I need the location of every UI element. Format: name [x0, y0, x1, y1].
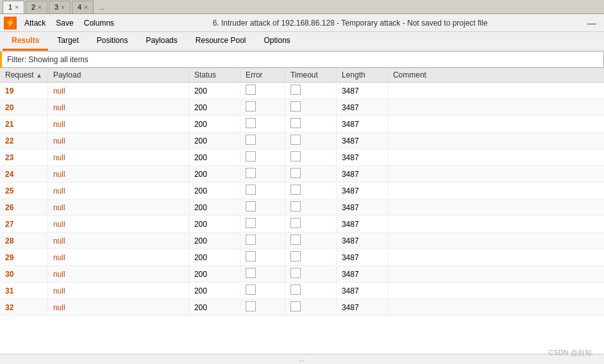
col-header-request[interactable]: Request ▲	[0, 68, 47, 83]
cell-timeout	[285, 149, 336, 166]
tab-bar: 1 × 2 × 3 × 4 × ...	[0, 0, 604, 14]
cell-length: 3487	[336, 199, 387, 216]
col-header-timeout[interactable]: Timeout	[285, 68, 336, 83]
cell-timeout	[285, 249, 336, 266]
cell-status: 200	[189, 166, 240, 183]
cell-length: 3487	[336, 183, 387, 199]
cell-request: 32	[0, 299, 47, 316]
minimize-button[interactable]: —	[583, 18, 600, 28]
tab-more[interactable]: ...	[95, 2, 108, 12]
tab-options[interactable]: Options	[255, 32, 299, 51]
cell-comment	[387, 216, 604, 233]
col-header-payload[interactable]: Payload	[47, 68, 189, 83]
cell-request: 31	[0, 283, 47, 299]
cell-status: 200	[189, 99, 240, 116]
cell-request: 21	[0, 116, 47, 133]
table-row[interactable]: 26null2003487	[0, 199, 604, 216]
results-table-container[interactable]: Request ▲ Payload Status Error Timeout L…	[0, 68, 604, 354]
col-header-status[interactable]: Status	[189, 68, 240, 83]
cell-comment	[387, 166, 604, 183]
cell-status: 200	[189, 199, 240, 216]
table-row[interactable]: 25null2003487	[0, 183, 604, 199]
tab-target[interactable]: Target	[48, 32, 87, 51]
table-row[interactable]: 24null2003487	[0, 166, 604, 183]
cell-length: 3487	[336, 299, 387, 316]
cell-comment	[387, 283, 604, 299]
tab-payloads[interactable]: Payloads	[137, 32, 186, 51]
tab-2-label: 2	[31, 3, 35, 11]
table-row[interactable]: 27null2003487	[0, 216, 604, 233]
table-row[interactable]: 29null2003487	[0, 249, 604, 266]
table-row[interactable]: 19null2003487	[0, 83, 604, 99]
columns-button[interactable]: Columns	[81, 18, 117, 28]
cell-timeout	[285, 166, 336, 183]
col-header-error[interactable]: Error	[240, 68, 285, 83]
table-row[interactable]: 31null2003487	[0, 283, 604, 299]
cell-request: 30	[0, 266, 47, 283]
cell-status: 200	[189, 133, 240, 149]
tab-2[interactable]: 2 ×	[26, 1, 47, 13]
tab-4[interactable]: 4 ×	[72, 1, 94, 13]
cell-payload: null	[47, 199, 189, 216]
table-row[interactable]: 20null2003487	[0, 99, 604, 116]
cell-error	[240, 249, 285, 266]
tab-1[interactable]: 1 ×	[3, 1, 24, 13]
save-button[interactable]: Save	[53, 18, 76, 28]
col-header-comment[interactable]: Comment	[387, 68, 604, 83]
cell-payload: null	[47, 166, 189, 183]
tab-resource-pool[interactable]: Resource Pool	[187, 32, 255, 51]
cell-comment	[387, 133, 604, 149]
cell-timeout	[285, 199, 336, 216]
lightning-icon: ⚡	[4, 17, 17, 29]
cell-timeout	[285, 116, 336, 133]
table-row[interactable]: 23null2003487	[0, 149, 604, 166]
tab-3[interactable]: 3 ×	[49, 1, 71, 13]
results-table: Request ▲ Payload Status Error Timeout L…	[0, 68, 604, 316]
cell-error	[240, 299, 285, 316]
tab-3-close[interactable]: ×	[61, 4, 65, 11]
tab-results[interactable]: Results	[3, 32, 48, 51]
cell-timeout	[285, 133, 336, 149]
cell-payload: null	[47, 149, 189, 166]
cell-comment	[387, 233, 604, 249]
cell-error	[240, 83, 285, 99]
cell-payload: null	[47, 249, 189, 266]
tab-4-close[interactable]: ×	[84, 4, 88, 11]
scroll-dots-text: ...	[299, 356, 305, 363]
tab-4-label: 4	[78, 3, 81, 11]
attack-button[interactable]: Attack	[22, 18, 48, 28]
cell-timeout	[285, 266, 336, 283]
cell-timeout	[285, 183, 336, 199]
table-row[interactable]: 32null2003487	[0, 299, 604, 316]
cell-length: 3487	[336, 249, 387, 266]
filter-text: Filter: Showing all items	[7, 55, 88, 64]
toolbar: ⚡ Attack Save Columns 6. Intruder attack…	[0, 14, 604, 32]
cell-timeout	[285, 299, 336, 316]
col-header-length[interactable]: Length	[336, 68, 387, 83]
cell-status: 200	[189, 283, 240, 299]
sort-asc-icon: ▲	[36, 72, 42, 79]
tab-1-close[interactable]: ×	[15, 4, 19, 11]
tab-positions[interactable]: Positions	[88, 32, 137, 51]
cell-payload: null	[47, 183, 189, 199]
cell-comment	[387, 116, 604, 133]
cell-request: 25	[0, 183, 47, 199]
table-row[interactable]: 30null2003487	[0, 266, 604, 283]
cell-status: 200	[189, 116, 240, 133]
cell-payload: null	[47, 133, 189, 149]
table-row[interactable]: 22null2003487	[0, 133, 604, 149]
table-row[interactable]: 21null2003487	[0, 116, 604, 133]
table-row[interactable]: 28null2003487	[0, 233, 604, 249]
table-body: 19null200348720null200348721null20034872…	[0, 83, 604, 316]
cell-timeout	[285, 216, 336, 233]
cell-error	[240, 166, 285, 183]
tab-2-close[interactable]: ×	[38, 4, 42, 11]
cell-request: 23	[0, 149, 47, 166]
cell-error	[240, 199, 285, 216]
cell-payload: null	[47, 266, 189, 283]
cell-request: 27	[0, 216, 47, 233]
cell-payload: null	[47, 83, 189, 99]
cell-request: 29	[0, 249, 47, 266]
cell-payload: null	[47, 299, 189, 316]
cell-request: 26	[0, 199, 47, 216]
